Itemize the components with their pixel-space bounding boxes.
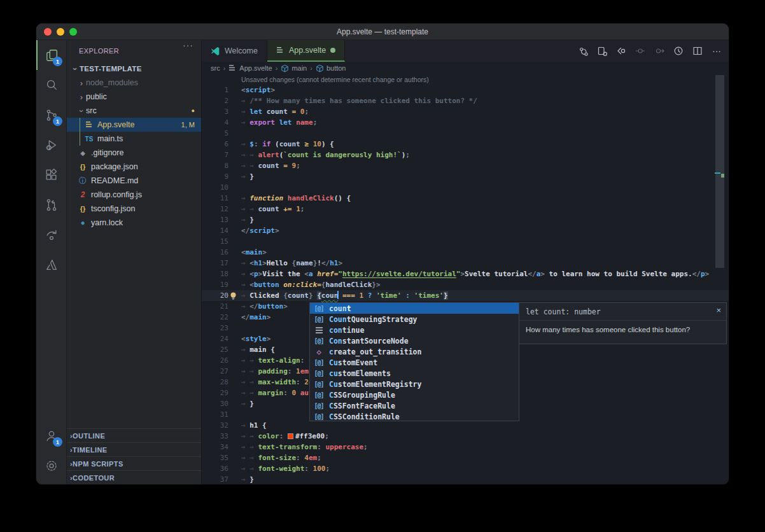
activity-item-settings[interactable]: [36, 451, 67, 480]
suggestion-continue[interactable]: continue: [310, 325, 519, 335]
compare-changes-icon[interactable]: [575, 43, 591, 59]
symbol-variable-icon: [@]: [312, 370, 326, 377]
suggestion-create_out_transition[interactable]: ◇create_out_transition: [310, 346, 519, 357]
panel-npm-scripts[interactable]: ›NPM SCRIPTS: [67, 456, 201, 470]
activity-item-source-control[interactable]: 1: [36, 100, 67, 130]
breadcrumb-item-button[interactable]: button: [316, 64, 346, 73]
tree-item--gitignore[interactable]: ◆.gitignore: [67, 146, 201, 160]
explorer-more-actions-button[interactable]: ···: [183, 40, 193, 50]
code-line-4[interactable]: 4→ export let name;: [202, 117, 729, 128]
activity-item-run-and-debug[interactable]: [36, 130, 67, 160]
previous-change-icon[interactable]: [632, 43, 649, 59]
title-bar[interactable]: App.svelte — test-template: [36, 24, 729, 40]
settings-icon: [45, 459, 59, 473]
line-number: 20: [202, 290, 228, 301]
line-number: 3: [202, 106, 228, 117]
activity-item-explorer[interactable]: 1: [36, 40, 67, 70]
suggestion-customelementregistry[interactable]: [@]CustomElementRegistry: [310, 379, 519, 389]
code-line-14[interactable]: 14</script>: [202, 225, 729, 236]
code-line-16[interactable]: 16<main>: [202, 247, 729, 258]
activity-item-extensions[interactable]: [36, 160, 67, 190]
tree-item-public[interactable]: ›public: [67, 90, 201, 104]
code-line-9[interactable]: 9→ }: [202, 171, 729, 182]
activity-item-search[interactable]: [36, 70, 67, 100]
tab-app-svelte[interactable]: App.svelte: [267, 40, 345, 62]
breadcrumb-item-app-svelte[interactable]: App.svelte: [228, 64, 272, 72]
unsaved-dot: [330, 48, 335, 53]
code-line-33[interactable]: 33→ → color: #ff3e00;: [202, 431, 729, 442]
code-line-1[interactable]: 1<script>: [202, 85, 729, 95]
suggestion-customelements[interactable]: [@]customElements: [310, 368, 519, 379]
symbol-variable-icon: [@]: [312, 391, 326, 398]
code-line-34[interactable]: 34→ → text-transform: uppercase;: [202, 442, 729, 452]
tree-item-rollup-config-js[interactable]: 2rollup.config.js: [67, 188, 201, 202]
line-number: 19: [202, 279, 228, 290]
vscode-logo-icon: [211, 46, 220, 56]
code-line-3[interactable]: 3→ let count = 0;: [202, 106, 729, 117]
code-line-12[interactable]: 12→ → count += 1;: [202, 204, 729, 214]
code-line-36[interactable]: 36→ → font-weight: 100;: [202, 463, 729, 474]
timeline-icon[interactable]: [670, 43, 687, 59]
tree-item-tsconfig-json[interactable]: {}tsconfig.json: [67, 202, 201, 216]
code-line-17[interactable]: 17→ <h1>Hello {name}!</h1>: [202, 258, 729, 269]
next-change-icon[interactable]: [651, 43, 668, 59]
suggestion-cssgroupingrule[interactable]: [@]CSSGroupingRule: [310, 389, 519, 400]
tree-item-package-json[interactable]: {}package.json: [67, 160, 201, 174]
split-editor-icon[interactable]: [689, 43, 706, 59]
symbol-variable-icon: [@]: [312, 413, 326, 420]
code-line-8[interactable]: 8→ → count = 9;: [202, 160, 729, 171]
code-line-13[interactable]: 13→ }: [202, 214, 729, 225]
tree-item-app-svelte[interactable]: App.svelte1, M: [67, 118, 201, 132]
activity-item-azure[interactable]: [36, 249, 67, 279]
suggestion-count[interactable]: [@]count: [310, 303, 519, 314]
vscode-window: App.svelte — test-template 111 EXPLORER …: [36, 23, 729, 485]
code-line-15[interactable]: 15: [202, 236, 729, 247]
code-line-35[interactable]: 35→ → font-size: 4em;: [202, 452, 729, 463]
line-number: 6: [202, 139, 228, 150]
panel-timeline[interactable]: ›TIMELINE: [67, 442, 201, 456]
more-actions-button[interactable]: ···: [708, 43, 725, 59]
activity-item-github-pull-requests[interactable]: [36, 190, 67, 220]
code-line-18[interactable]: 18→ <p>Visit the <a href="https://svelte…: [202, 269, 729, 279]
gitignore-icon: ◆: [80, 150, 85, 157]
chevron-down-icon: ›: [77, 106, 87, 115]
code-line-37[interactable]: 37→ }: [202, 474, 729, 484]
suggestion-signature: let count: number: [519, 303, 726, 321]
activity-item-live-share[interactable]: [36, 220, 67, 249]
suggestion-cssconditionrule[interactable]: [@]CSSConditionRule: [310, 411, 519, 422]
code-line-10[interactable]: 10: [202, 182, 729, 193]
tree-item-yarn-lock[interactable]: ●yarn.lock: [67, 216, 201, 230]
tree-root-test-template[interactable]: ›TEST-TEMPLATE: [67, 62, 201, 76]
editor-actions: ···: [575, 40, 725, 62]
json-icon: {}: [80, 205, 86, 213]
code-editor[interactable]: Unsaved changes (cannot determine recent…: [202, 74, 729, 484]
tree-item-node-modules[interactable]: ›node_modules: [67, 76, 201, 90]
suggestion-constantsourcenode[interactable]: [@]ConstantSourceNode: [310, 335, 519, 346]
panel-codetour[interactable]: ›CODETOUR: [67, 470, 201, 484]
code-line-7[interactable]: 7→ → alert(`count is dangerously high!`)…: [202, 150, 729, 160]
suggestion-customevent[interactable]: [@]CustomEvent: [310, 357, 519, 368]
line-number: 4: [202, 117, 228, 128]
editor-scrollbar[interactable]: [715, 75, 724, 268]
code-line-19[interactable]: 19→ <button on:click={handleClick}>: [202, 279, 729, 290]
code-line-11[interactable]: 11→ function handleClick() {: [202, 193, 729, 204]
tree-item-src[interactable]: ›src●: [67, 104, 201, 118]
code-line-6[interactable]: 6→ $: if (count ≥ 10) {: [202, 139, 729, 150]
breadcrumb-item-src[interactable]: src: [211, 64, 220, 72]
panel-outline[interactable]: ›OUTLINE: [67, 428, 201, 442]
code-line-2[interactable]: 2→ /** How many times has someone clicke…: [202, 95, 729, 106]
lightbulb-icon[interactable]: [230, 292, 237, 299]
tree-item-main-ts[interactable]: TSmain.ts: [67, 132, 201, 146]
close-docs-icon[interactable]: ×: [716, 306, 721, 314]
code-line-5[interactable]: 5: [202, 128, 729, 139]
tab-welcome[interactable]: Welcome: [202, 40, 267, 62]
suggestion-description: How many times has someone clicked this …: [519, 321, 726, 339]
code-line-20[interactable]: 20→ Clicked {count} {coun === 1 ? 'time'…: [202, 290, 729, 301]
previous-annotation-icon[interactable]: [613, 43, 629, 59]
activity-item-account[interactable]: 1: [36, 421, 67, 451]
open-changes-icon[interactable]: [594, 43, 610, 59]
suggestion-cssfontfacerule[interactable]: [@]CSSFontFaceRule: [310, 400, 519, 411]
tree-item-readme-md[interactable]: ⓘREADME.md: [67, 174, 201, 188]
suggestion-countqueuingstrategy[interactable]: [@]CountQueuingStrategy: [310, 314, 519, 325]
breadcrumb-item-main[interactable]: main: [281, 64, 307, 73]
